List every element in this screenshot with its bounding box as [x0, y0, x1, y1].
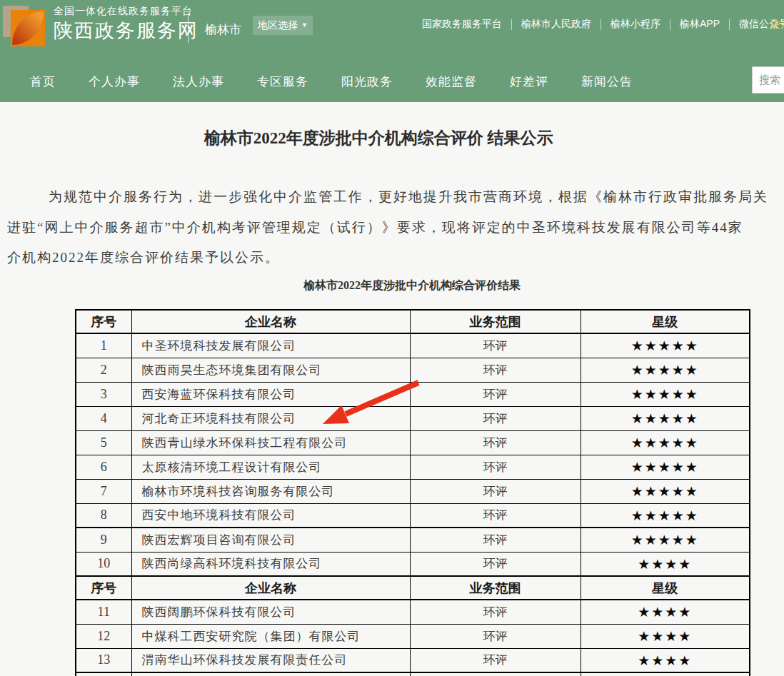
- brand-row: 全国一体化在线政务服务平台 陕西政务服务网 榆林市 地区选择 ▼ 国家政务服务平…: [0, 0, 784, 61]
- site-logo-icon: [3, 4, 47, 47]
- region-selector-label: 地区选择: [258, 19, 298, 32]
- star-rating: ★★★★★: [581, 455, 750, 479]
- table-row: 9陕西宏辉项目咨询有限公司环评★★★★★: [76, 528, 750, 552]
- row-number: 9: [76, 528, 131, 552]
- nav-item[interactable]: 法人办事: [173, 74, 224, 90]
- business-scope: 环评: [410, 382, 581, 406]
- top-link[interactable]: 榆林小程序: [601, 18, 670, 31]
- business-scope: 环评: [410, 430, 581, 455]
- nav-item[interactable]: 好差评: [510, 74, 548, 90]
- business-scope: 环评: [410, 648, 581, 672]
- brand-divider: [188, 13, 189, 43]
- row-number: 13: [76, 648, 131, 672]
- company-name: 陕西雨昊生态环境集团有限公司: [131, 358, 410, 382]
- company-name: 中圣环境科技发展有限公司: [131, 333, 410, 358]
- company-name: 太原核清环境工程设计有限公司: [131, 455, 410, 479]
- table-row: 4河北奇正环境科技有限公司环评★★★★★: [76, 406, 750, 430]
- business-scope: 环评: [410, 333, 581, 358]
- table-row: 2陕西雨昊生态环境集团有限公司环评★★★★★: [76, 358, 750, 382]
- paragraph-line: 进驻“网上中介服务超市”中介机构考评管理规定（试行）》要求，现将评定的中圣环境科…: [7, 218, 743, 237]
- company-name: 河北奇正环境科技有限公司: [131, 406, 410, 430]
- search-placeholder: 搜索: [759, 74, 780, 87]
- nav-item[interactable]: 首页: [30, 74, 56, 90]
- star-rating: ★★★★★: [581, 479, 750, 503]
- paragraph-line: 为规范中介服务行为，进一步强化中介监管工作，更好地提升我市营商环境，根据《榆林市…: [49, 188, 768, 206]
- nav-item[interactable]: 阳光政务: [341, 74, 393, 90]
- row-number: 11: [76, 600, 131, 624]
- row-number: 4: [76, 406, 131, 430]
- business-scope: 环评: [410, 455, 581, 479]
- current-city-label: 榆林市: [205, 21, 241, 38]
- nav-item[interactable]: 效能监督: [426, 74, 477, 90]
- table-row: 1中圣环境科技发展有限公司环评★★★★★: [76, 333, 750, 358]
- evaluation-table: 序号企业名称业务范围星级1中圣环境科技发展有限公司环评★★★★★2陕西雨昊生态环…: [75, 309, 750, 676]
- page-title: 榆林市2022年度涉批中介机构综合评价 结果公示: [0, 127, 757, 149]
- star-rating: ★★★★: [581, 552, 750, 576]
- column-header: 企业名称: [131, 310, 410, 333]
- company-name: 陕西宏辉项目咨询有限公司: [131, 528, 410, 552]
- column-header: 业务范围: [410, 576, 581, 600]
- table-caption: 榆林市2022年度涉批中介机构综合评价结果: [75, 278, 749, 293]
- top-link[interactable]: 榆林市人民政府: [512, 18, 600, 31]
- company-name: 陕西青山绿水环保科技工程有限公司: [131, 430, 410, 455]
- company-name: 中煤科工西安研究院（集团）有限公司: [131, 624, 410, 648]
- site-header: 全国一体化在线政务服务平台 陕西政务服务网 榆林市 地区选择 ▼ 国家政务服务平…: [0, 0, 784, 102]
- table-row: 11陕西阔鹏环保科技有限公司环评★★★★: [76, 600, 750, 624]
- column-header: 序号: [76, 310, 131, 333]
- nav-item[interactable]: 个人办事: [89, 74, 140, 90]
- column-header: 星级: [581, 576, 750, 600]
- chevron-down-icon: ▼: [301, 22, 308, 29]
- column-header: 星级: [581, 310, 750, 333]
- table-row: 6太原核清环境工程设计有限公司环评★★★★★: [76, 455, 750, 479]
- company-name: 西安海蓝环保科技有限公司: [131, 382, 410, 406]
- column-header: 企业名称: [131, 576, 410, 600]
- row-number: 2: [76, 358, 131, 382]
- nav-item[interactable]: 专区服务: [257, 74, 308, 90]
- star-rating: ★★★★★: [581, 406, 750, 430]
- business-scope: 环评: [410, 479, 581, 503]
- star-rating: ★★★★★: [581, 528, 750, 552]
- star-rating: ★★★★★: [581, 358, 750, 382]
- star-rating: ★★★★★: [581, 333, 750, 358]
- business-scope: 环评: [410, 552, 581, 576]
- business-scope: 环评: [410, 624, 581, 648]
- star-rating: ★★★★★: [581, 382, 750, 406]
- table-row: 8西安中地环境科技有限公司环评★★★★★: [76, 503, 750, 528]
- business-scope: 环评: [410, 406, 581, 430]
- star-rating: ★★★★: [581, 600, 750, 624]
- business-scope: 环评: [410, 358, 581, 382]
- region-selector-button[interactable]: 地区选择 ▼: [253, 16, 313, 35]
- row-number: 12: [76, 624, 131, 648]
- star-rating: ★★★★★: [581, 430, 750, 455]
- brand-text: 全国一体化在线政务服务平台 陕西政务服务网: [54, 6, 198, 41]
- business-scope: 环评: [410, 503, 581, 528]
- table-row: 7榆林市环境科技咨询服务有限公司环评★★★★★: [76, 479, 750, 503]
- empty-cell: [410, 672, 581, 676]
- business-scope: 环评: [410, 600, 581, 624]
- table-header-row: 序号企业名称业务范围星级: [76, 310, 750, 333]
- register-link[interactable]: 注册: [770, 18, 784, 31]
- column-header: 序号: [76, 576, 131, 600]
- page: 全国一体化在线政务服务平台 陕西政务服务网 榆林市 地区选择 ▼ 国家政务服务平…: [0, 0, 784, 676]
- top-link[interactable]: 榆林APP: [670, 18, 729, 31]
- search-input[interactable]: 搜索: [752, 66, 784, 94]
- top-links: 国家政务服务平台榆林市人民政府榆林小程序榆林APP微信公众号: [413, 18, 784, 31]
- company-name: 榆林市环境科技咨询服务有限公司: [131, 479, 410, 503]
- row-number: 3: [76, 382, 131, 406]
- empty-cell: [76, 672, 131, 676]
- row-number: 1: [76, 333, 131, 358]
- star-rating: ★★★★: [581, 624, 750, 648]
- platform-label: 全国一体化在线政务服务平台: [54, 6, 198, 16]
- table-row: 10陕西尚绿高科环境科技有限公司环评★★★★: [76, 552, 750, 576]
- top-link[interactable]: 国家政务服务平台: [413, 18, 511, 31]
- row-number: 7: [76, 479, 131, 503]
- row-number: 8: [76, 503, 131, 528]
- empty-cell: [581, 672, 750, 676]
- nav-item[interactable]: 新闻公告: [581, 74, 633, 90]
- star-rating: ★★★★: [581, 648, 750, 672]
- business-scope: 环评: [410, 528, 581, 552]
- company-name: 西安中地环境科技有限公司: [131, 503, 410, 528]
- site-name: 陕西政务服务网: [54, 21, 198, 41]
- row-number: 6: [76, 455, 131, 479]
- main-nav: 首页个人办事法人办事专区服务阳光政务效能监督好差评新闻公告: [0, 61, 784, 102]
